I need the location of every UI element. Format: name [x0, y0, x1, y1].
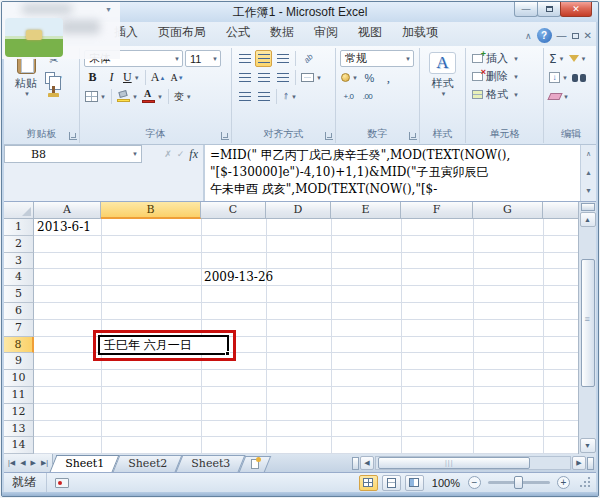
decrease-indent-button[interactable] [236, 88, 253, 105]
select-all-corner[interactable] [4, 202, 34, 219]
sheet-tab-sheet3[interactable]: Sheet3 [179, 455, 242, 472]
cell-b8-selected[interactable]: 壬巳年 六月一日 [98, 335, 229, 355]
italic-button[interactable]: I [103, 69, 120, 86]
row-header[interactable]: 13 [4, 421, 34, 438]
number-dialog-launcher[interactable] [409, 132, 417, 140]
tab-review[interactable]: 审阅 [304, 20, 348, 46]
phonetic-guide-button[interactable]: 变▼ [173, 88, 193, 105]
maximize-button[interactable] [537, 2, 561, 17]
format-cells-button[interactable]: 格式▼ [472, 87, 543, 102]
delete-cells-button[interactable]: 删除▼ [472, 69, 543, 84]
row-header[interactable]: 10 [4, 370, 34, 387]
horizontal-scroll-thumb[interactable] [378, 457, 530, 469]
insert-function-icon[interactable]: fx [189, 147, 198, 162]
scroll-right-arrow-icon[interactable]: ▶ [572, 456, 586, 470]
zoom-slider-thumb[interactable] [514, 476, 523, 489]
zoom-level[interactable]: 100% [432, 477, 460, 489]
column-header-g[interactable]: G [473, 202, 543, 219]
collapse-formula-bar-icon[interactable]: ∧ [586, 145, 591, 163]
font-size-combo[interactable]: 11▼ [185, 50, 221, 67]
fill-color-button[interactable]: ▼ [116, 88, 139, 105]
macro-record-icon[interactable] [55, 478, 69, 488]
clear-button[interactable]: ▼ [548, 88, 570, 105]
align-bottom-button[interactable] [274, 50, 291, 67]
zoom-in-button[interactable]: + [557, 476, 570, 489]
scroll-down-arrow-icon[interactable]: ▼ [580, 438, 596, 453]
sheet-tab-sheet2[interactable]: Sheet2 [116, 455, 179, 472]
fill-handle[interactable] [225, 351, 230, 356]
vertical-scrollbar[interactable]: ▲ ▼ [578, 202, 596, 454]
tab-data[interactable]: 数据 [260, 20, 304, 46]
align-top-button[interactable] [236, 50, 253, 67]
align-middle-button[interactable] [255, 50, 272, 67]
font-dialog-launcher[interactable] [221, 132, 229, 140]
insert-cells-button[interactable]: 插入▼ [472, 51, 543, 66]
scroll-up-icon[interactable]: ▲ [585, 163, 592, 181]
row-header[interactable]: 5 [4, 286, 34, 303]
doc-restore-icon[interactable] [572, 31, 579, 41]
vertical-scroll-thumb[interactable] [581, 259, 595, 387]
copy-button[interactable]: ▼ [44, 69, 64, 86]
bold-button[interactable]: B [84, 69, 101, 86]
underline-button[interactable]: U▼ [122, 69, 141, 86]
minimize-button[interactable]: — [514, 2, 538, 17]
align-left-button[interactable] [236, 69, 253, 86]
row-header[interactable]: 1 [4, 219, 34, 236]
zoom-out-button[interactable]: − [468, 476, 481, 489]
column-header-d[interactable]: D [266, 202, 331, 219]
wrap-text-button[interactable]: ab [300, 50, 317, 67]
row-header[interactable]: 4 [4, 269, 34, 286]
tab-addins[interactable]: 加载项 [392, 20, 448, 46]
row-header[interactable]: 11 [4, 387, 34, 404]
qat-dropdown-icon[interactable]: ▼ [105, 6, 112, 13]
tab-formulas[interactable]: 公式 [216, 20, 260, 46]
row-header[interactable]: 9 [4, 353, 34, 370]
font-color-button[interactable]: A▼ [141, 88, 164, 105]
merge-center-button[interactable]: ▼ [300, 69, 323, 86]
sort-filter-button[interactable]: ▼ [568, 50, 588, 67]
doc-minimize-icon[interactable]: — [557, 31, 567, 41]
tab-page-layout[interactable]: 页面布局 [148, 20, 216, 46]
column-header-c[interactable]: C [201, 202, 266, 219]
shrink-font-button[interactable]: A▼ [169, 69, 186, 86]
row-header[interactable]: 6 [4, 303, 34, 320]
insert-worksheet-button[interactable] [242, 456, 268, 472]
borders-button[interactable]: ▼ [84, 88, 107, 105]
page-layout-view-button[interactable] [382, 475, 401, 491]
horizontal-scrollbar[interactable]: ◀ ▶ [352, 454, 596, 472]
page-break-view-button[interactable] [405, 475, 424, 491]
align-right-button[interactable] [274, 69, 291, 86]
cells-area[interactable]: 2013-6-1 2009-13-26 壬巳年 六月一日 [34, 219, 578, 454]
split-handle[interactable] [587, 457, 594, 470]
find-select-button[interactable] [571, 69, 588, 86]
fill-button[interactable]: ↓▼ [548, 69, 569, 86]
column-header-f[interactable]: F [401, 202, 473, 219]
number-format-combo[interactable]: 常规▼ [340, 50, 414, 67]
paste-dropdown-icon[interactable]: ▼ [24, 91, 30, 97]
grow-font-button[interactable]: A▲ [150, 69, 167, 86]
row-header[interactable]: 3 [4, 253, 34, 270]
tab-split-handle[interactable] [352, 457, 359, 470]
sheet-tab-sheet1[interactable]: Sheet1 [53, 455, 116, 472]
column-header-a[interactable]: A [34, 202, 101, 219]
column-header-e[interactable]: E [331, 202, 401, 219]
align-center-button[interactable] [255, 69, 272, 86]
cell-a1[interactable]: 2013-6-1 [37, 219, 91, 236]
help-icon[interactable]: ? [537, 28, 552, 43]
currency-button[interactable]: ▼ [340, 69, 359, 86]
last-sheet-icon[interactable]: ▶| [39, 459, 50, 467]
scroll-up-arrow-icon[interactable]: ▲ [580, 212, 596, 227]
clipboard-dialog-launcher[interactable] [69, 132, 77, 140]
comma-button[interactable]: , [380, 69, 397, 86]
autosum-button[interactable]: Σ▼ [548, 50, 566, 67]
zoom-slider[interactable] [488, 481, 550, 484]
orientation-button[interactable]: ⇗▼ [281, 88, 298, 105]
tab-view[interactable]: 视图 [348, 20, 392, 46]
name-box-dropdown-icon[interactable]: ▼ [132, 151, 138, 157]
cell-c4[interactable]: 2009-13-26 [204, 269, 273, 286]
close-button[interactable]: ✕ [560, 2, 592, 17]
row-header[interactable]: 7 [4, 320, 34, 337]
split-box[interactable] [581, 203, 595, 211]
increase-decimal-button[interactable]: +.0 [340, 88, 357, 105]
normal-view-button[interactable] [359, 475, 378, 491]
